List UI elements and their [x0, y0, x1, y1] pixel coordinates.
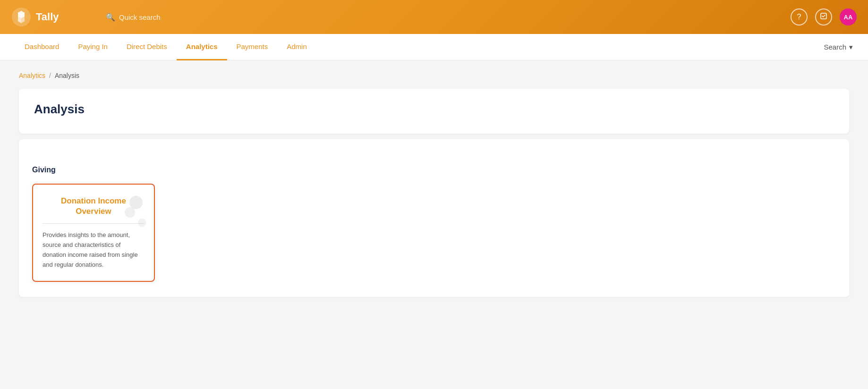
- nav-item-admin[interactable]: Admin: [277, 34, 316, 60]
- donation-income-overview-card[interactable]: Donation Income Overview Provides insigh…: [32, 184, 155, 282]
- avatar-initials: AA: [844, 14, 853, 21]
- nav-item-paying-in[interactable]: Paying In: [68, 34, 117, 60]
- top-header: Tally 🔍 Quick search ? AA: [0, 0, 868, 34]
- breadcrumb-separator: /: [49, 72, 51, 79]
- nav-search-button[interactable]: Search ▾: [824, 43, 853, 51]
- main-content: Analytics / Analysis Analysis Giving Don…: [0, 60, 868, 389]
- logo-area: Tally: [11, 7, 106, 27]
- quick-search-label: Quick search: [119, 13, 161, 21]
- breadcrumb-current: Analysis: [55, 72, 79, 79]
- breadcrumb-analytics-link[interactable]: Analytics: [19, 72, 45, 79]
- giving-section: Giving Donation Income Overview Provides…: [32, 166, 836, 282]
- nav-bar: Dashboard Paying In Direct Debits Analyt…: [0, 34, 868, 60]
- card-decoration-circle-3: [138, 219, 146, 227]
- giving-section-title: Giving: [32, 166, 836, 174]
- search-icon: 🔍: [106, 13, 115, 22]
- card-decoration-circle-2: [125, 207, 135, 218]
- page-title: Analysis: [34, 102, 834, 117]
- nav-items: Dashboard Paying In Direct Debits Analyt…: [15, 34, 824, 60]
- quick-search-button[interactable]: 🔍 Quick search: [106, 13, 161, 22]
- chevron-down-icon: ▾: [849, 43, 853, 51]
- tasks-button[interactable]: [815, 8, 832, 25]
- nav-item-analytics[interactable]: Analytics: [177, 34, 227, 60]
- user-avatar-button[interactable]: AA: [840, 8, 857, 25]
- tally-logo-icon: [11, 7, 31, 27]
- report-cards-grid: Donation Income Overview Provides insigh…: [32, 184, 836, 282]
- nav-item-payments[interactable]: Payments: [227, 34, 278, 60]
- help-button[interactable]: ?: [791, 8, 808, 25]
- page-header-card: Analysis: [19, 89, 849, 134]
- breadcrumb: Analytics / Analysis: [19, 72, 849, 79]
- help-icon: ?: [797, 13, 801, 21]
- report-card-description: Provides insights to the amount, source …: [43, 230, 145, 270]
- nav-item-dashboard[interactable]: Dashboard: [15, 34, 68, 60]
- giving-section-wrapper: Giving Donation Income Overview Provides…: [19, 139, 849, 297]
- app-title: Tally: [36, 11, 59, 23]
- nav-search-label: Search: [824, 43, 846, 51]
- header-right-actions: ? AA: [791, 8, 857, 25]
- report-card-divider: [43, 223, 145, 224]
- tasks-icon: [820, 12, 827, 22]
- nav-item-direct-debits[interactable]: Direct Debits: [117, 34, 177, 60]
